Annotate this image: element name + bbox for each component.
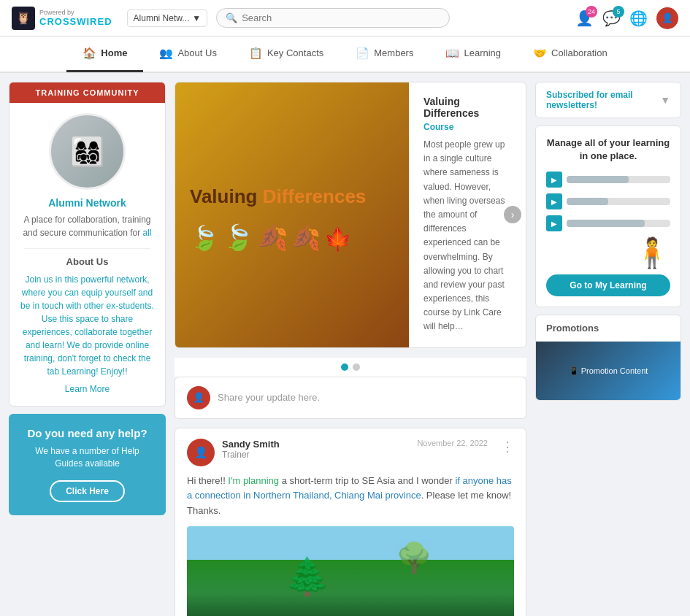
carousel-next-button[interactable]: › (504, 206, 521, 223)
learning-bar-2 (567, 198, 670, 205)
learning-rows: ▶ ▶ ▶ (546, 172, 670, 231)
search-icon: 🔍 (226, 12, 237, 23)
nav-members-label: Members (374, 47, 413, 58)
leaf-5: 🍁 (324, 226, 351, 252)
messages-badge: 5 (613, 6, 624, 18)
post-avatar: 👤 (187, 386, 210, 409)
chevron-down-icon: ▼ (192, 13, 201, 23)
feed-card: 👤 Sandy Smith Trainer November 22, 2022 … (175, 428, 526, 616)
collaboration-icon: 🤝 (533, 47, 547, 60)
feed-text: Hi there!! I'm planning a short-term tri… (187, 474, 514, 519)
about-text: Join us in this powerful network, where … (9, 273, 165, 378)
search-input[interactable] (242, 12, 440, 23)
carousel-dot-1[interactable] (341, 363, 348, 371)
carousel-dot-2[interactable] (353, 363, 360, 371)
nav-collaboration[interactable]: 🤝 Collaboration (517, 36, 624, 72)
network-icon-button[interactable]: 🌐 (629, 9, 648, 27)
play-btn-1[interactable]: ▶ (546, 172, 562, 188)
topbar: 🦉 Powered by CROSSWIRED Alumni Netw... ▼… (0, 0, 690, 36)
nav-keycontacts[interactable]: 📋 Key Contacts (233, 36, 340, 72)
topbar-icons: 👤 24 💬 5 🌐 👤 (575, 7, 678, 29)
carousel-dots (175, 357, 526, 377)
site-name: Alumni Netw... (134, 13, 190, 23)
nav-members[interactable]: 📄 Members (340, 36, 429, 72)
carousel-description: Most people grew up in a single culture … (423, 138, 511, 334)
leaf-2: 🍃 (223, 223, 253, 252)
group-desc-link[interactable]: all (143, 228, 152, 238)
learning-row-2: ▶ (546, 193, 670, 209)
notifications-button[interactable]: 👤 24 (575, 9, 594, 27)
post-input-box: 👤 Share your update here. (175, 377, 526, 419)
newsletter-text: Subscribed for email newsletters! (546, 90, 654, 110)
about-icon: 👥 (159, 47, 173, 60)
leaf-1: 🍃 (190, 224, 219, 252)
tc-header: TRAINING COMMUNITY (9, 82, 165, 103)
carousel-image: Valuing Differences 🍃 🍃 🍂 🍂 🍁 (175, 82, 409, 347)
learning-icon: 📖 (445, 47, 459, 60)
learning-box: Manage all of your learning in one place… (535, 126, 681, 307)
user-avatar[interactable]: 👤 (656, 7, 678, 29)
feed-date: November 22, 2022 (417, 439, 488, 447)
right-sidebar: Subscribed for email newsletters! ▼ Mana… (535, 82, 681, 616)
leaf-4: 🍂 (291, 224, 321, 252)
play-btn-2[interactable]: ▶ (546, 193, 562, 209)
post-input-placeholder[interactable]: Share your update here. (218, 392, 320, 403)
learn-more-link[interactable]: Learn More (9, 384, 165, 394)
promo-image: 📱 Promotion Content (536, 342, 681, 400)
go-to-learning-button[interactable]: Go to My Learning (546, 274, 670, 296)
valuing-label: Valuing (190, 185, 257, 207)
learning-row-1: ▶ (546, 172, 670, 188)
owl-icon: 🦉 (16, 11, 31, 25)
nav-home-label: Home (101, 47, 127, 58)
nav-home[interactable]: 🏠 Home (66, 36, 143, 72)
feed-meta: Sandy Smith Trainer (222, 439, 410, 460)
feed-header: 👤 Sandy Smith Trainer November 22, 2022 … (175, 428, 526, 466)
brand-name: CROSSWIRED (39, 16, 112, 27)
powered-by-label: Powered by (39, 9, 112, 16)
left-sidebar: TRAINING COMMUNITY 👩‍👩‍👧‍👦 Alumni Networ… (9, 82, 166, 616)
site-selector[interactable]: Alumni Netw... ▼ (127, 9, 208, 27)
learning-bar-fill-2 (567, 198, 608, 205)
chevron-down-icon[interactable]: ▼ (660, 94, 670, 106)
navbar: 🏠 Home 👥 About Us 📋 Key Contacts 📄 Membe… (0, 36, 690, 73)
owl-logo: 🦉 (12, 7, 35, 30)
play-btn-3[interactable]: ▶ (546, 215, 562, 231)
feed-author-avatar: 👤 (187, 439, 215, 466)
messages-button[interactable]: 💬 5 (602, 9, 621, 27)
learning-row-3: ▶ (546, 215, 670, 231)
learning-figure: 🧍 (546, 236, 670, 270)
promotions-title: Promotions (536, 315, 681, 342)
nav-keycontacts-label: Key Contacts (267, 47, 323, 58)
help-title: Do you need any help? (22, 427, 153, 439)
divider (24, 248, 150, 249)
help-box: Do you need any help? We have a number o… (9, 414, 166, 515)
course-tag[interactable]: Course (423, 122, 511, 132)
promotions-box: Promotions 📱 Promotion Content (535, 315, 681, 401)
home-icon: 🏠 (83, 47, 96, 60)
carousel-valuing-text: Valuing Differences (190, 185, 394, 208)
feed-text-part-3: a short-term trip to SE Asia and I wonde… (279, 475, 455, 486)
feed-more-button[interactable]: ⋮ (501, 439, 514, 455)
members-icon: 📄 (356, 47, 369, 60)
search-bar[interactable]: 🔍 (216, 8, 450, 28)
learning-bar-3 (567, 220, 670, 227)
promo-image-content: 📱 Promotion Content (563, 361, 654, 382)
nav-about[interactable]: 👥 About Us (143, 36, 232, 72)
nav-collaboration-label: Collaboration (551, 47, 607, 58)
leaf-3: 🍂 (257, 223, 288, 252)
logo-area: 🦉 Powered by CROSSWIRED (12, 7, 112, 30)
nav-learning[interactable]: 📖 Learning (429, 36, 517, 72)
network-icon: 🌐 (629, 9, 648, 27)
help-button[interactable]: Click Here (50, 480, 125, 502)
feed-text-part-1: Hi there!! (187, 475, 228, 486)
about-label: About Us (9, 256, 165, 267)
logo-text: Powered by CROSSWIRED (39, 9, 112, 27)
feed-image: 👩👩👩👩👩👩👩 🌲 🌳 (187, 526, 514, 616)
main-layout: TRAINING COMMUNITY 👩‍👩‍👧‍👦 Alumni Networ… (0, 73, 690, 616)
carousel-title: Valuing Differences (423, 96, 511, 119)
group-avatar: 👩‍👩‍👧‍👦 (49, 113, 126, 190)
group-desc-text: A place for collaboration, training and … (23, 215, 150, 238)
feed-image-tree2: 🌳 (396, 541, 432, 575)
nav-learning-label: Learning (464, 47, 501, 58)
learning-bar-1 (567, 176, 670, 183)
